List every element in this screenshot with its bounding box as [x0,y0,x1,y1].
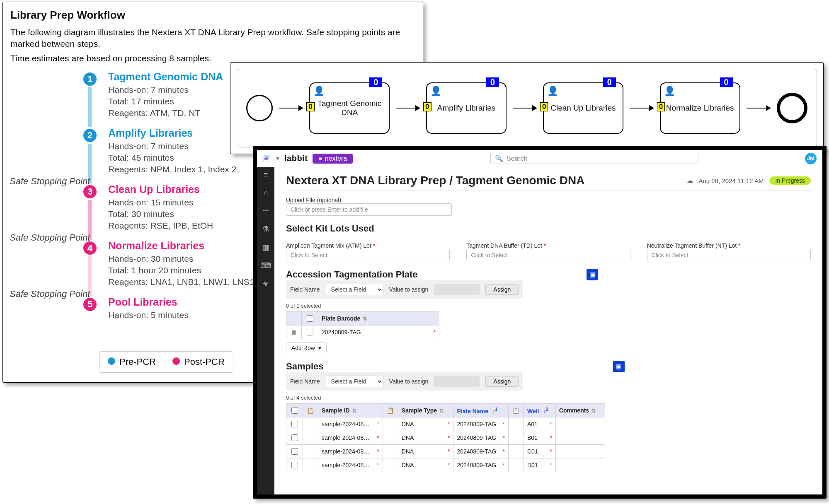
scan-icon[interactable]: ▣ [587,269,598,280]
search-placeholder: Search [507,155,528,162]
plate-selection-count: 0 of 1 selected [286,303,811,309]
content-pane: Nextera XT DNA Library Prep / Tagment Ge… [274,167,822,494]
cell-sample-id[interactable]: sample-2024-08… [322,448,369,455]
plate-field-select[interactable]: Select a Field [326,284,383,295]
td-lot-label: Tagment DNA Buffer (TD) Lot [466,242,630,249]
avatar[interactable]: JM [805,153,817,164]
bpmn-task-label: Tagment Genomic DNA [310,99,389,117]
plate-assign-button[interactable]: Assign [485,284,519,295]
samples-assign-value[interactable] [434,376,480,387]
bpmn-top-badge: 0 [369,77,382,87]
sample-row-checkbox[interactable] [291,448,298,455]
cell-sample-id[interactable]: sample-2024-08… [322,434,369,441]
plate-row-checkbox[interactable] [307,329,313,335]
delete-row-icon[interactable]: 🗑 [286,326,302,339]
legend-dot-pre [108,357,115,365]
scan-icon[interactable]: ▣ [613,361,625,372]
bpmn-task-tagment[interactable]: 👤 0 0 Tagment Genomic DNA [309,82,390,134]
table-row[interactable]: sample-2024-08…*DNA*20240809-TAG*B01* [286,431,605,445]
cell-sample-id[interactable]: sample-2024-08… [322,462,369,468]
reagent-icon[interactable]: ☣ [262,279,269,288]
workflow-description: The following diagram illustrates the Ne… [10,27,415,50]
plate-col-barcode[interactable]: Plate Barcode [322,315,360,322]
sort-icon[interactable]: ⇅ [352,408,356,414]
select-kits-header: Select Kit Lots Used [286,223,811,234]
bpmn-task-normalize[interactable]: 👤 0 0 Normalize Libraries [660,82,740,134]
cell-sample-type[interactable]: DNA [402,421,414,427]
upload-file-input[interactable]: Click or press Enter to add file [286,203,452,216]
sample-row-checkbox[interactable] [291,434,298,441]
chevron-down-icon[interactable]: ▾ [276,154,279,162]
bpmn-left-badge: 0 [540,102,548,111]
table-row[interactable]: sample-2024-08…*DNA*20240809-TAG*C01* [286,445,605,458]
nt-lot-label: Neutralize Tagment Buffer (NT) Lot [647,242,811,249]
bpmn-task-amplify[interactable]: 👤 0 0 Amplify Libraries [426,82,507,134]
plate-assign-bar: Field Name Select a Field Value to assig… [286,280,523,299]
sort-icon[interactable]: ⇅ [363,316,367,322]
copy-col-icon[interactable]: 📋 [508,404,524,417]
lab-icon[interactable]: ⚗ [262,224,269,234]
app-icon-flask[interactable]: ⚗️ [263,154,271,162]
table-row[interactable]: sample-2024-08…*DNA*20240809-TAG*A01* [286,417,605,431]
cell-well[interactable]: B01 [527,434,538,441]
bpmn-left-badge: 0 [657,102,665,111]
field-name-label: Field Name [290,286,320,293]
upload-label: Upload File (optional) [286,197,811,203]
cell-plate-name[interactable]: 20240809-TAG [457,448,496,455]
cell-well[interactable]: C01 [527,448,538,455]
table-row[interactable]: sample-2024-08…*DNA*20240809-TAG*D01* [286,458,605,472]
plate-assign-value[interactable] [434,284,480,295]
cell-well[interactable]: A01 [527,421,538,427]
cell-well[interactable]: D01 [527,462,538,468]
plate-select-all-checkbox[interactable] [307,315,313,322]
cell-plate-name[interactable]: 20240809-TAG [457,421,496,427]
atm-lot-select[interactable]: Click to Select [286,249,450,261]
barcode-icon[interactable]: ▥ [262,243,269,252]
search-input[interactable]: 🔍 Search [490,153,698,164]
bpmn-arrow [279,108,303,109]
bpmn-left-badge: 0 [423,102,431,111]
bpmn-top-badge: 0 [486,77,499,87]
samples-assign-button[interactable]: Assign [485,376,519,387]
sample-row-checkbox[interactable] [291,421,298,427]
status-badge: In Progress [769,176,811,185]
menu-icon[interactable]: ≡ [264,171,268,179]
table-row[interactable]: 🗑 20240809-TAG* [286,326,439,339]
workflow-icon[interactable]: ⤳ [263,206,269,215]
legend-post-label: Post-PCR [184,357,225,367]
user-task-icon: 👤 [313,86,325,96]
copy-col-icon[interactable]: 📋 [303,404,318,417]
value-to-assign-label: Value to assign [389,286,429,293]
bpmn-start-event [246,95,273,121]
samples-field-select[interactable]: Select a Field [326,376,383,387]
col-sample-type[interactable]: Sample Type [402,407,437,414]
bpmn-task-label: Normalize Libraries [666,104,734,113]
td-lot-select[interactable]: Click to Select [466,249,630,261]
home-icon[interactable]: ⌂ [264,188,268,197]
plate-barcode-cell[interactable]: 20240809-TAG [322,329,361,335]
cell-plate-name[interactable]: 20240809-TAG [457,434,496,441]
sample-row-checkbox[interactable] [291,462,298,468]
cell-sample-type[interactable]: DNA [402,448,414,455]
col-comments[interactable]: Comments [559,407,589,414]
user-task-icon: 👤 [664,86,675,96]
col-plate-name[interactable]: Plate Name [457,408,488,415]
sort-icon[interactable]: ⇅ [591,408,596,414]
nt-lot-select[interactable]: Click to Select [647,249,811,261]
add-row-button[interactable]: Add Row▾ [286,342,327,353]
samples-header: Samples [286,361,324,372]
sort-icon[interactable]: ⇅ [439,408,444,414]
samples-select-all-checkbox[interactable] [291,407,298,414]
bpmn-arrow [396,108,420,109]
col-well[interactable]: Well [527,408,539,415]
cell-sample-type[interactable]: DNA [402,462,414,468]
project-chip[interactable]: nextera [313,154,353,164]
copy-col-icon[interactable]: 📋 [383,404,398,417]
col-sample-id[interactable]: Sample ID [322,407,350,414]
cell-plate-name[interactable]: 20240809-TAG [457,462,496,468]
topbar: ⚗️ ▾ labbit nextera 🔍 Search JM [257,150,822,167]
keyboard-icon[interactable]: ⌨ [260,261,271,270]
cell-sample-id[interactable]: sample-2024-08… [322,421,369,427]
bpmn-task-cleanup[interactable]: 👤 0 0 Clean Up Libraries [543,82,623,134]
cell-sample-type[interactable]: DNA [402,434,414,441]
